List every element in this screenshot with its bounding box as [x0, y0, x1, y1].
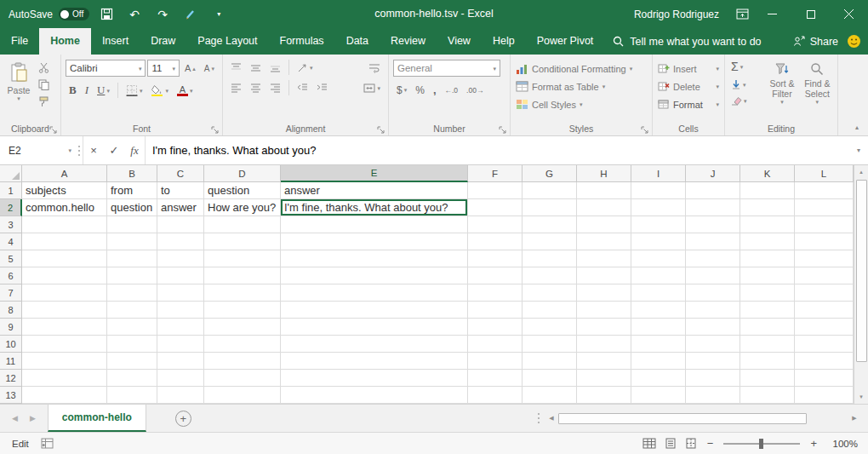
cell-D13[interactable]: [204, 387, 281, 404]
cell-F12[interactable]: [468, 370, 523, 387]
font-name-combo[interactable]: Calibri ▾: [66, 60, 146, 77]
horizontal-scroll-track[interactable]: [558, 412, 848, 425]
cell-G4[interactable]: [523, 233, 577, 250]
cell-A8[interactable]: [22, 302, 107, 319]
cell-E7[interactable]: [281, 284, 468, 302]
vertical-scrollbar[interactable]: ▴ ▾: [854, 165, 868, 404]
tab-view[interactable]: View: [437, 28, 482, 55]
cell-J5[interactable]: [686, 250, 740, 267]
cell-F6[interactable]: [468, 267, 523, 284]
cell-B12[interactable]: [107, 370, 157, 387]
cell-A7[interactable]: [22, 284, 107, 302]
cell-H11[interactable]: [577, 353, 631, 370]
select-all-button[interactable]: [0, 165, 22, 182]
cell-F1[interactable]: [468, 182, 523, 199]
cell-C9[interactable]: [157, 319, 204, 336]
fill-button[interactable]: ▾: [728, 78, 764, 91]
customize-qat-chevron[interactable]: ▾: [208, 0, 230, 28]
cell-D7[interactable]: [204, 284, 281, 302]
insert-function-button[interactable]: fx: [124, 136, 145, 164]
close-button[interactable]: [830, 0, 868, 28]
cell-H10[interactable]: [577, 336, 631, 353]
formula-input[interactable]: I'm fine, thanks. What about you?: [145, 136, 849, 164]
cell-J3[interactable]: [686, 216, 740, 233]
page-layout-view-button[interactable]: [665, 438, 677, 449]
cell-J12[interactable]: [686, 370, 740, 387]
zoom-out-button[interactable]: −: [705, 437, 716, 450]
cell-G11[interactable]: [523, 353, 577, 370]
zoom-in-button[interactable]: +: [808, 437, 819, 450]
cell-G7[interactable]: [523, 284, 577, 302]
tell-me-box[interactable]: Tell me what you want to do: [613, 28, 761, 55]
row-header-7[interactable]: 7: [0, 284, 22, 302]
decrease-indent-button[interactable]: [294, 81, 311, 95]
macro-record-button[interactable]: [41, 438, 54, 449]
cell-E13[interactable]: [281, 387, 468, 404]
user-name[interactable]: Rodrigo Rodriguez: [634, 9, 719, 20]
row-header-12[interactable]: 12: [0, 370, 22, 387]
cell-I8[interactable]: [631, 302, 686, 319]
cell-J9[interactable]: [686, 319, 740, 336]
column-header-D[interactable]: D: [204, 165, 281, 182]
increase-font-button[interactable]: A▴: [181, 61, 199, 75]
cell-B3[interactable]: [107, 216, 157, 233]
cell-L7[interactable]: [795, 284, 854, 302]
column-header-I[interactable]: I: [631, 165, 686, 182]
styles-dialog-launcher[interactable]: [641, 124, 649, 133]
cell-K5[interactable]: [740, 250, 795, 267]
cell-J2[interactable]: [686, 199, 740, 216]
cell-A1[interactable]: subjects: [22, 182, 107, 199]
cell-C4[interactable]: [157, 233, 204, 250]
alignment-dialog-launcher[interactable]: [377, 124, 385, 133]
tab-page-layout[interactable]: Page Layout: [186, 28, 268, 55]
cell-D3[interactable]: [204, 216, 281, 233]
cell-K8[interactable]: [740, 302, 795, 319]
cell-D1[interactable]: question: [204, 182, 281, 199]
cell-A12[interactable]: [22, 370, 107, 387]
autosum-button[interactable]: Σ▾: [728, 58, 764, 75]
cell-C1[interactable]: to: [157, 182, 204, 199]
page-break-view-button[interactable]: [685, 438, 697, 449]
increase-decimal-button[interactable]: ←.0: [442, 84, 462, 96]
cell-L11[interactable]: [795, 353, 854, 370]
formula-bar-splitter[interactable]: [75, 136, 83, 164]
cell-D10[interactable]: [204, 336, 281, 353]
font-color-button[interactable]: A ▾: [174, 83, 197, 98]
cell-L6[interactable]: [795, 267, 854, 284]
cell-H7[interactable]: [577, 284, 631, 302]
cell-E6[interactable]: [281, 267, 468, 284]
paste-button[interactable]: Paste ▾: [3, 58, 35, 114]
cut-button[interactable]: [35, 60, 53, 75]
save-button[interactable]: [95, 0, 117, 28]
cell-C12[interactable]: [157, 370, 204, 387]
cell-L3[interactable]: [795, 216, 854, 233]
cell-F3[interactable]: [468, 216, 523, 233]
format-painter-button[interactable]: [35, 95, 53, 109]
column-header-G[interactable]: G: [523, 165, 577, 182]
column-header-H[interactable]: H: [577, 165, 631, 182]
cell-L5[interactable]: [795, 250, 854, 267]
cell-K10[interactable]: [740, 336, 795, 353]
cell-K9[interactable]: [740, 319, 795, 336]
redo-button[interactable]: ↷: [151, 0, 174, 28]
row-header-6[interactable]: 6: [0, 267, 22, 284]
cell-H4[interactable]: [577, 233, 631, 250]
cell-K7[interactable]: [740, 284, 795, 302]
cell-A11[interactable]: [22, 353, 107, 370]
cell-A5[interactable]: [22, 250, 107, 267]
cell-B9[interactable]: [107, 319, 157, 336]
delete-cells-button[interactable]: Delete ▾: [655, 78, 722, 95]
tab-draw[interactable]: Draw: [140, 28, 186, 55]
clipboard-dialog-launcher[interactable]: [49, 124, 58, 133]
cell-styles-button[interactable]: Cell Styles ▾: [513, 95, 649, 113]
normal-view-button[interactable]: [642, 438, 656, 449]
cell-L8[interactable]: [795, 302, 854, 319]
cell-B8[interactable]: [107, 302, 157, 319]
decrease-decimal-button[interactable]: .00→: [463, 84, 487, 96]
cell-L9[interactable]: [795, 319, 854, 336]
cell-F2[interactable]: [468, 199, 523, 216]
cell-B1[interactable]: from: [107, 182, 157, 199]
cell-C2[interactable]: answer: [157, 199, 204, 216]
cell-H8[interactable]: [577, 302, 631, 319]
cell-G8[interactable]: [523, 302, 577, 319]
